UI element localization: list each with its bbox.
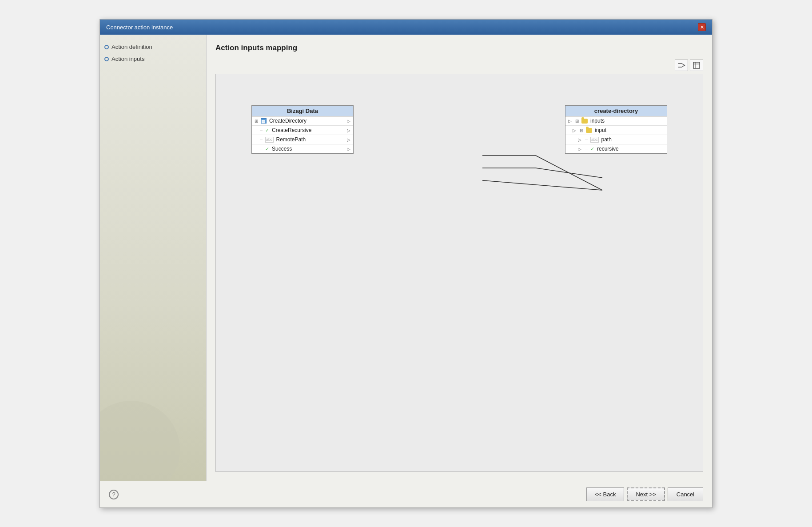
folder-icon <box>581 119 588 124</box>
dashed-icon: ┄ <box>260 128 263 133</box>
sidebar-label-action-inputs: Action inputs <box>111 56 144 62</box>
toolbar-mapping-button[interactable] <box>675 60 688 71</box>
close-button[interactable]: ✕ <box>698 23 706 31</box>
next-button[interactable]: Next >> <box>627 487 665 501</box>
table-row: ▷ ⊞ inputs <box>565 116 667 126</box>
sidebar-decoration <box>100 401 180 481</box>
dashed-icon: ┄ <box>585 137 588 142</box>
mapping-inner: Bizagi Data ⊞ ▦ CreateDirectory ▷ ┄ ✓ <box>216 74 703 471</box>
arrow-left-icon: ▷ <box>568 119 572 124</box>
cancel-button[interactable]: Cancel <box>668 487 703 501</box>
back-button[interactable]: << Back <box>586 487 625 501</box>
sidebar-item-action-inputs[interactable]: Action inputs <box>104 56 202 62</box>
table-row: ▷ ┄ ✓ recursive <box>565 144 667 153</box>
dialog-title: Connector action instance <box>106 24 173 31</box>
row-label: CreateRecursive <box>272 127 343 133</box>
dialog-body: Action definition Action inputs Action i… <box>100 35 712 481</box>
arrow-right-icon: ▷ <box>347 119 350 124</box>
help-button[interactable]: ? <box>109 490 119 499</box>
expand-icon: ⊞ <box>575 119 579 124</box>
folder-icon <box>586 128 592 133</box>
expand-icon: ⊟ <box>580 128 583 133</box>
toolbar-view-button[interactable] <box>690 60 703 71</box>
row-label: CreateDirectory <box>269 118 343 124</box>
table-row: ┄ abc RemotePath ▷ <box>252 135 353 144</box>
arrow-right-icon: ▷ <box>347 128 350 133</box>
sidebar-item-action-definition[interactable]: Action definition <box>104 44 202 50</box>
title-bar: Connector action instance ✕ <box>100 20 712 35</box>
svg-rect-5 <box>693 62 700 68</box>
table-row: ┄ ✓ CreateRecursive ▷ <box>252 126 353 135</box>
dashed-icon: ┄ <box>260 147 263 152</box>
row-label: Success <box>272 146 343 152</box>
sidebar: Action definition Action inputs <box>100 35 207 481</box>
toolbar <box>215 60 703 71</box>
row-label: RemotePath <box>276 136 343 143</box>
check-icon: ✓ <box>590 146 594 152</box>
check-icon: ✓ <box>265 128 269 133</box>
svg-marker-4 <box>684 64 685 66</box>
arrow-right-icon: ▷ <box>347 137 350 142</box>
table-row: ▷ ⊟ input <box>565 126 667 135</box>
button-group: << Back Next >> Cancel <box>586 487 703 501</box>
table-row: ▷ ┄ abc path <box>565 135 667 144</box>
expand-icon: ⊞ <box>255 119 258 124</box>
row-label: recursive <box>597 146 664 152</box>
table-row: ⊞ ▦ CreateDirectory ▷ <box>252 116 353 126</box>
arrow-left-icon: ▷ <box>578 147 581 152</box>
bizagi-table: Bizagi Data ⊞ ▦ CreateDirectory ▷ ┄ ✓ <box>251 105 354 154</box>
svg-line-11 <box>536 168 602 178</box>
dialog: Connector action instance ✕ Action defin… <box>100 19 712 508</box>
table-icon: ▦ <box>261 118 267 124</box>
connector-table: create-directory ▷ ⊞ inputs ▷ ⊟ <box>565 105 667 154</box>
svg-line-9 <box>536 156 602 190</box>
check-icon: ✓ <box>265 146 269 152</box>
mapping-canvas: Bizagi Data ⊞ ▦ CreateDirectory ▷ ┄ ✓ <box>215 74 703 472</box>
abc-icon: abc <box>590 137 599 143</box>
main-content: Action inputs mapping <box>207 35 712 481</box>
bullet-icon <box>104 57 109 61</box>
sidebar-label-action-definition: Action definition <box>111 44 152 50</box>
row-label: inputs <box>590 118 664 124</box>
page-title: Action inputs mapping <box>215 44 703 52</box>
dashed-icon: ┄ <box>585 147 588 152</box>
bizagi-table-header: Bizagi Data <box>252 106 353 116</box>
arrow-left-icon: ▷ <box>578 137 581 142</box>
arrow-right-icon: ▷ <box>347 147 350 152</box>
abc-icon: abc <box>265 137 274 143</box>
svg-line-12 <box>482 180 602 190</box>
connector-table-header: create-directory <box>565 106 667 116</box>
dashed-icon: ┄ <box>260 137 263 142</box>
row-label: path <box>601 136 664 143</box>
table-row: ┄ ✓ Success ▷ <box>252 144 353 153</box>
row-label: input <box>595 127 664 133</box>
bottom-bar: ? << Back Next >> Cancel <box>100 481 712 507</box>
arrow-left-icon: ▷ <box>573 128 576 133</box>
bullet-icon <box>104 45 109 49</box>
